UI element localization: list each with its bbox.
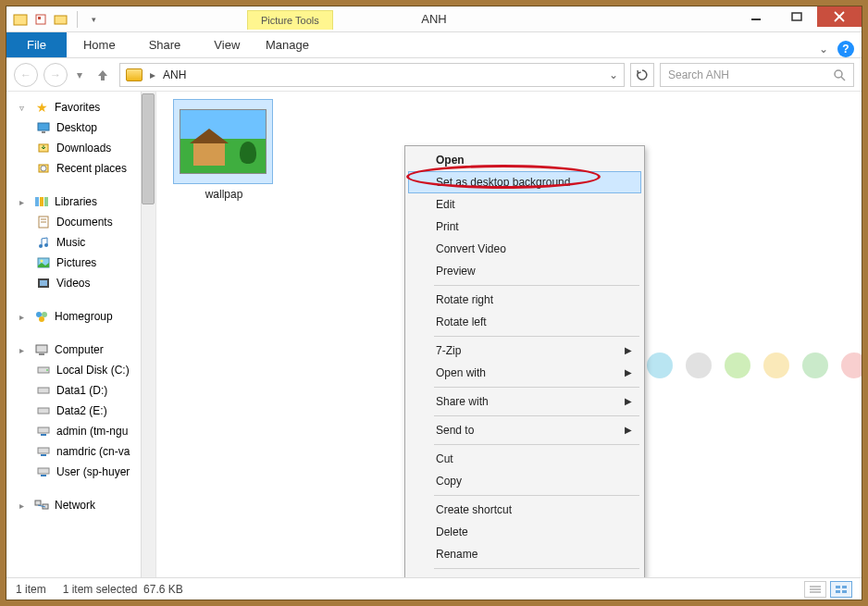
menu-rotate-left[interactable]: Rotate left — [408, 311, 641, 333]
history-dropdown-icon[interactable]: ▾ — [73, 68, 86, 81]
nav-pictures[interactable]: Pictures — [6, 253, 155, 273]
svg-point-27 — [36, 312, 42, 317]
menu-share-with[interactable]: Share with▶ — [408, 390, 641, 413]
qat-properties-icon[interactable] — [32, 11, 49, 28]
search-input[interactable]: Search ANH — [660, 63, 854, 87]
menu-preview[interactable]: Preview — [408, 260, 641, 282]
nav-desktop[interactable]: Desktop — [6, 117, 155, 138]
menu-cut[interactable]: Cut — [408, 448, 641, 470]
menu-separator — [434, 387, 639, 388]
drive-icon — [36, 363, 51, 377]
back-button[interactable]: ← — [14, 63, 38, 87]
refresh-button[interactable] — [630, 63, 654, 87]
breadcrumb-segment[interactable]: ANH — [163, 68, 186, 81]
minimize-button[interactable] — [736, 6, 776, 27]
nav-videos[interactable]: Videos — [6, 273, 155, 293]
menu-properties[interactable]: Properties — [408, 572, 641, 577]
nav-netdrive-user[interactable]: User (sp-huyer — [6, 462, 155, 482]
close-button[interactable] — [817, 6, 862, 27]
nav-drive-d[interactable]: Data1 (D:) — [6, 380, 155, 401]
nav-computer-label: Computer — [55, 343, 104, 356]
nav-drive-c[interactable]: Local Disk (C:) — [6, 360, 155, 380]
address-input[interactable]: ▸ ANH ⌄ — [119, 63, 625, 87]
svg-rect-2 — [38, 17, 41, 19]
watermark-dots — [647, 352, 862, 378]
nav-computer[interactable]: ▸ Computer — [6, 340, 155, 360]
content-pane[interactable]: wallpap Download.com.vn Open Set as desk… — [156, 92, 862, 577]
menu-separator — [434, 495, 639, 496]
qat-dropdown-icon[interactable]: ▾ — [85, 11, 102, 28]
menu-edit[interactable]: Edit — [408, 193, 641, 216]
wallpaper-preview — [180, 109, 267, 174]
svg-rect-16 — [40, 197, 43, 206]
menu-rename[interactable]: Rename — [408, 543, 641, 565]
menu-convert-video[interactable]: Convert Video — [408, 238, 641, 260]
menu-set-desktop-background[interactable]: Set as desktop background — [408, 171, 641, 193]
breadcrumb-sep-icon[interactable]: ▸ — [150, 68, 155, 81]
contextual-tab-picture-tools[interactable]: Picture Tools — [247, 10, 333, 30]
menu-create-shortcut[interactable]: Create shortcut — [408, 499, 641, 521]
menu-separator — [434, 415, 639, 416]
up-button[interactable] — [92, 64, 114, 86]
nav-downloads[interactable]: Downloads — [6, 138, 155, 158]
dot — [686, 352, 712, 378]
qat-separator — [77, 11, 78, 28]
svg-point-8 — [835, 70, 842, 78]
file-item-wallpaper[interactable]: wallpap — [173, 99, 275, 201]
search-icon — [833, 68, 846, 81]
nav-favorites[interactable]: ▿ ★ Favorites — [6, 97, 155, 117]
svg-rect-39 — [35, 501, 41, 505]
nav-documents[interactable]: Documents — [6, 212, 155, 232]
nav-netdrive-namdric[interactable]: namdric (cn-va — [6, 441, 155, 462]
menu-rotate-right[interactable]: Rotate right — [408, 289, 641, 311]
nav-recent[interactable]: Recent places — [6, 158, 155, 179]
menu-copy[interactable]: Copy — [408, 470, 641, 492]
svg-line-9 — [841, 77, 845, 80]
nav-libraries[interactable]: ▸ Libraries — [6, 192, 155, 212]
menu-separator — [434, 336, 639, 337]
tab-file[interactable]: File — [6, 32, 67, 57]
menu-open[interactable]: Open — [408, 149, 641, 171]
title-bar: ▾ Picture Tools ANH — [6, 6, 862, 32]
help-icon[interactable]: ? — [837, 41, 854, 57]
forward-button[interactable]: → — [43, 63, 68, 87]
nav-netdrive-admin[interactable]: admin (tm-ngu — [6, 421, 155, 441]
tab-share[interactable]: Share — [132, 32, 198, 57]
nav-music[interactable]: Music — [6, 232, 155, 253]
nav-homegroup[interactable]: ▸ Homegroup — [6, 306, 155, 327]
menu-print[interactable]: Print — [408, 216, 641, 238]
network-icon — [34, 498, 49, 513]
search-placeholder: Search ANH — [668, 68, 729, 81]
drive-icon — [36, 403, 51, 418]
status-selected: 1 item selected 67.6 KB — [63, 583, 183, 596]
navigation-pane: ▿ ★ Favorites Desktop Downloads Recent p… — [6, 92, 156, 577]
svg-rect-46 — [842, 586, 847, 588]
nav-drive-e[interactable]: Data2 (E:) — [6, 401, 155, 421]
dot — [725, 352, 750, 378]
maximize-button[interactable] — [776, 6, 817, 27]
nav-homegroup-label: Homegroup — [55, 310, 113, 323]
svg-rect-34 — [38, 388, 49, 393]
svg-rect-26 — [40, 280, 47, 286]
nav-network[interactable]: ▸ Network — [6, 495, 155, 515]
svg-rect-10 — [38, 123, 49, 130]
menu-7zip[interactable]: 7-Zip▶ — [408, 340, 641, 362]
qat-newfolder-icon[interactable] — [53, 11, 69, 28]
tab-home[interactable]: Home — [67, 32, 132, 57]
svg-rect-37 — [38, 448, 49, 453]
scrollbar-thumb[interactable] — [142, 93, 155, 204]
file-thumbnail — [173, 99, 273, 184]
status-item-count: 1 item — [16, 583, 46, 596]
star-icon: ★ — [34, 100, 49, 115]
menu-send-to[interactable]: Send to▶ — [408, 419, 641, 441]
menu-delete[interactable]: Delete — [408, 521, 641, 543]
nav-scrollbar[interactable] — [141, 92, 155, 577]
view-thumbnails-button[interactable] — [830, 581, 852, 598]
tab-manage[interactable]: Manage — [247, 32, 328, 57]
menu-open-with[interactable]: Open with▶ — [408, 362, 641, 384]
nav-favorites-label: Favorites — [55, 101, 100, 114]
ribbon-expand-icon[interactable]: ⌄ — [819, 43, 828, 56]
view-details-button[interactable] — [804, 581, 826, 598]
breadcrumb-dropdown-icon[interactable]: ⌄ — [609, 68, 618, 81]
svg-rect-47 — [836, 590, 840, 593]
